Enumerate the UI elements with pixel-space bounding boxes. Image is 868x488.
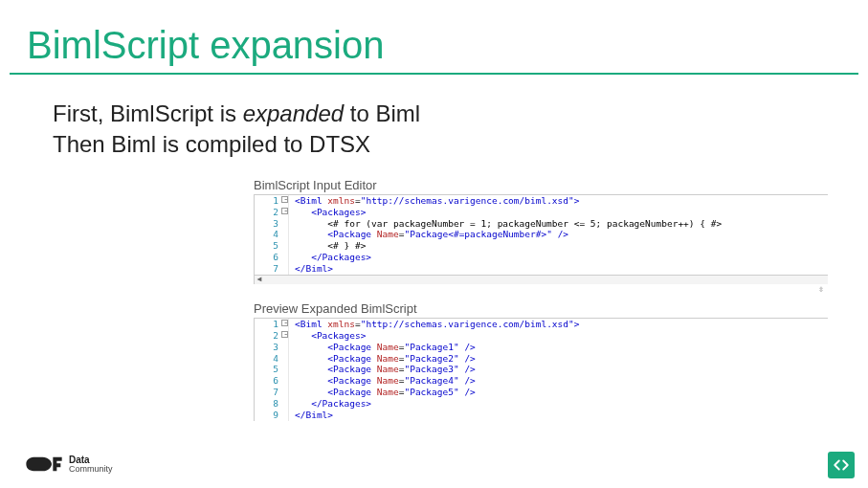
panel-label-preview: Preview Expanded BimlScript xyxy=(254,301,868,316)
line-no: 2 xyxy=(255,330,289,342)
code-line: </Packages> xyxy=(289,252,371,263)
title-underline xyxy=(10,73,858,75)
input-editor[interactable]: 1<Biml xmlns="http://schemas.varigence.c… xyxy=(254,194,828,284)
body-text: First, BimlScript is expanded to Biml Th… xyxy=(53,99,868,161)
h-scrollbar[interactable]: ◀ xyxy=(255,275,828,284)
code-line: <Package Name="Package2" /> xyxy=(289,353,476,365)
fold-icon[interactable] xyxy=(281,320,288,326)
code-line: </Biml> xyxy=(289,263,333,275)
preview-editor[interactable]: 1<Biml xmlns="http://schemas.varigence.c… xyxy=(254,318,828,421)
body-emphasis: expanded xyxy=(243,100,344,126)
code-line: </Packages> xyxy=(289,398,371,410)
slide-root: BimlScript expansion First, BimlScript i… xyxy=(0,0,868,488)
code-line: <Packages> xyxy=(289,207,366,218)
logo: Data Community xyxy=(25,454,113,475)
scroll-left-icon[interactable]: ◀ xyxy=(255,275,264,284)
line-no: 3 xyxy=(255,218,289,230)
logo-mark-icon xyxy=(25,454,63,475)
code-line: <Package Name="Package1" /> xyxy=(289,342,476,353)
code-brackets-icon xyxy=(833,456,850,474)
code-line: <# for (var packageNumber = 1; packageNu… xyxy=(289,218,722,230)
body-line-1b: to Biml xyxy=(350,100,420,126)
code-line: <Package Name="Package3" /> xyxy=(289,364,476,375)
logo-text-2: Community xyxy=(69,465,113,474)
line-no: 3 xyxy=(255,342,289,353)
line-no: 9 xyxy=(255,410,289,421)
corner-badge xyxy=(828,452,855,478)
code-line: <Biml xmlns="http://schemas.varigence.co… xyxy=(289,195,579,207)
fold-icon[interactable] xyxy=(281,196,288,203)
line-no: 4 xyxy=(255,229,289,240)
panel-label-input: BimlScript Input Editor xyxy=(254,178,868,192)
fold-icon[interactable] xyxy=(281,331,288,338)
line-no: 7 xyxy=(255,263,289,275)
body-line-2: Then Biml is compiled to DTSX xyxy=(53,131,370,157)
code-line: <Package Name="Package4" /> xyxy=(289,375,476,387)
logo-text-1: Data xyxy=(69,455,113,465)
code-line: <Package Name="Package5" /> xyxy=(289,387,476,398)
line-no: 6 xyxy=(255,375,289,387)
line-no: 5 xyxy=(255,364,289,375)
code-line: <Package Name="Package<#=packageNumber#>… xyxy=(289,229,568,240)
page-title: BimlScript expansion xyxy=(0,0,868,71)
line-no: 4 xyxy=(255,353,289,365)
resize-handle-icon[interactable]: ⇳ xyxy=(818,283,824,296)
code-line: <# } #> xyxy=(289,240,366,252)
code-line: <Biml xmlns="http://schemas.varigence.co… xyxy=(289,319,579,330)
line-no: 2 xyxy=(255,207,289,218)
code-line: </Biml> xyxy=(289,410,333,421)
line-no: 8 xyxy=(255,398,289,410)
body-line-1a: First, BimlScript is xyxy=(53,100,243,126)
line-no: 5 xyxy=(255,240,289,252)
fold-icon[interactable] xyxy=(281,208,288,214)
line-no: 6 xyxy=(255,252,289,263)
line-no: 7 xyxy=(255,387,289,398)
code-line: <Packages> xyxy=(289,330,366,342)
